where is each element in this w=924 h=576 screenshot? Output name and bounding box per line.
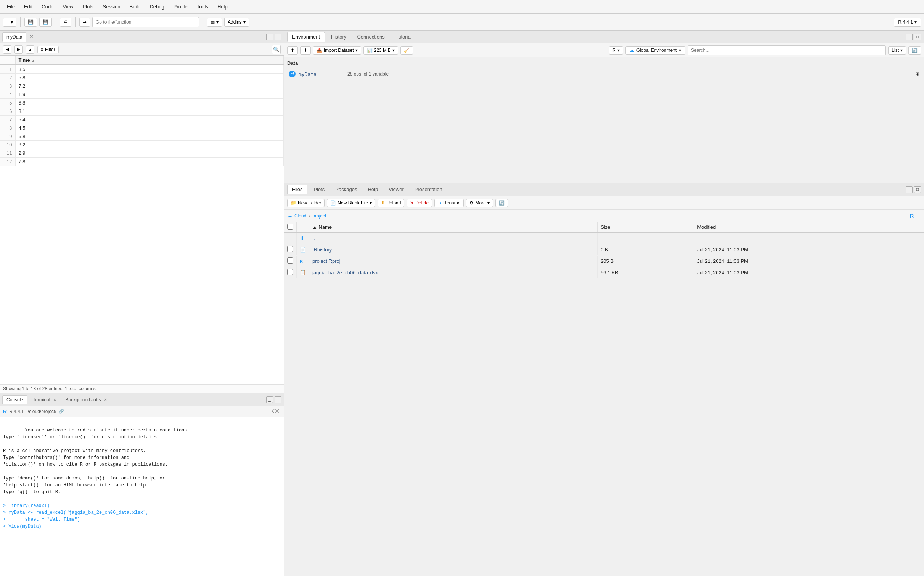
file-name-xlsx[interactable]: jaggia_ba_2e_ch06_data.xlsx xyxy=(312,270,378,275)
upload-button[interactable]: ⬆ Upload xyxy=(378,199,404,207)
print-button[interactable]: 🖨 xyxy=(60,18,71,27)
file-name-rhistory[interactable]: .Rhistory xyxy=(312,247,332,253)
tab-environment[interactable]: Environment xyxy=(287,32,325,42)
select-all-checkbox[interactable] xyxy=(287,224,293,230)
path-project[interactable]: project xyxy=(312,213,326,219)
path-more-icon[interactable]: … xyxy=(916,213,921,219)
rename-button[interactable]: ➜ Rename xyxy=(434,199,464,207)
delete-button[interactable]: ✕ Delete xyxy=(407,199,432,207)
mydata-expand-icon[interactable]: ⊞ xyxy=(915,71,919,77)
tab-close-icon[interactable]: ✕ xyxy=(29,34,34,40)
file-name-rproj[interactable]: project.Rproj xyxy=(312,258,341,264)
path-up-icon[interactable]: ☁ xyxy=(287,213,292,219)
save-workspace-btn[interactable]: ⬇ xyxy=(300,46,311,55)
goto-button[interactable]: ➜ xyxy=(79,18,90,27)
file-checkbox-rproj[interactable] xyxy=(287,257,293,264)
menu-plots[interactable]: Plots xyxy=(79,2,97,11)
tab-tutorial[interactable]: Tutorial xyxy=(391,32,416,41)
clear-console-btn[interactable]: 🧹 xyxy=(400,46,413,55)
col-header-time-label: Time xyxy=(19,57,30,63)
import-dataset-btn[interactable]: 📥 Import Dataset ▾ xyxy=(313,46,361,55)
env-maximize-btn[interactable]: □ xyxy=(914,34,921,40)
env-toolbar: ⬆ ⬇ 📥 Import Dataset ▾ 📊 223 MiB ▾ 🧹 xyxy=(284,43,924,57)
row-name-cell[interactable]: .. xyxy=(309,233,598,244)
tab-history[interactable]: History xyxy=(326,32,351,41)
col-header-name[interactable]: ▲ Name xyxy=(309,222,598,233)
data-viewer-maximize-btn[interactable]: □ xyxy=(275,34,281,40)
files-refresh-btn[interactable]: 🔄 xyxy=(495,199,508,207)
save-button[interactable]: 💾 xyxy=(24,18,37,27)
tab-files[interactable]: Files xyxy=(287,185,307,194)
save-all-button[interactable]: 💾 xyxy=(39,18,52,27)
menu-tools[interactable]: Tools xyxy=(193,2,212,11)
tab-presentation[interactable]: Presentation xyxy=(410,185,447,194)
tab-packages[interactable]: Packages xyxy=(331,185,362,194)
console-clear-icon[interactable]: ⌫ xyxy=(272,408,281,415)
menu-view[interactable]: View xyxy=(59,2,77,11)
env-search-input[interactable] xyxy=(688,45,886,55)
col-header-modified[interactable]: Modified xyxy=(694,222,924,233)
new-blank-file-button[interactable]: 📄 New Blank File ▾ xyxy=(327,199,375,207)
row-name-cell[interactable]: project.Rproj xyxy=(309,256,598,267)
env-list-view-selector[interactable]: List ▾ xyxy=(888,46,906,55)
data-nav-back-btn[interactable]: ◀ xyxy=(3,45,11,54)
bg-jobs-close-icon[interactable]: ✕ xyxy=(104,397,107,402)
data-nav-forward-btn[interactable]: ▶ xyxy=(14,45,23,54)
row-name-cell[interactable]: .Rhistory xyxy=(309,244,598,256)
env-tabs: Environment History Connections Tutorial… xyxy=(284,31,924,43)
files-maximize-btn[interactable]: □ xyxy=(914,186,921,193)
menu-help[interactable]: Help xyxy=(214,2,231,11)
tab-plots[interactable]: Plots xyxy=(309,185,329,194)
env-r-selector[interactable]: R ▾ xyxy=(609,46,623,55)
tab-connections[interactable]: Connections xyxy=(352,32,389,41)
data-viewer-minimize-btn[interactable]: _ xyxy=(266,34,273,40)
memory-usage-btn[interactable]: 📊 223 MiB ▾ xyxy=(363,46,398,55)
files-minimize-btn[interactable]: _ xyxy=(906,186,913,193)
data-search-button[interactable]: 🔍 xyxy=(272,45,281,54)
menu-profile[interactable]: Profile xyxy=(170,2,191,11)
tab-mydata[interactable]: myData xyxy=(2,32,26,42)
menu-session[interactable]: Session xyxy=(99,2,124,11)
terminal-close-icon[interactable]: ✕ xyxy=(53,397,56,402)
r-version-selector[interactable]: R 4.4.1 ▾ xyxy=(894,18,921,27)
new-file-button[interactable]: + ▾ xyxy=(3,18,16,27)
new-folder-button[interactable]: 📁 New Folder xyxy=(287,199,325,207)
file-checkbox-xlsx[interactable] xyxy=(287,269,293,275)
upload-label: Upload xyxy=(386,200,401,206)
menu-build[interactable]: Build xyxy=(126,2,145,11)
env-minimize-btn[interactable]: _ xyxy=(906,34,913,40)
path-cloud[interactable]: Cloud xyxy=(294,213,306,219)
code-tools-button[interactable]: ▦ ▾ xyxy=(207,18,222,27)
menu-edit[interactable]: Edit xyxy=(20,2,36,11)
tab-console[interactable]: Console xyxy=(2,395,27,404)
col-header-size[interactable]: Size xyxy=(598,222,694,233)
addins-button[interactable]: Addins ▾ xyxy=(224,18,249,27)
col-header-time[interactable]: Time ▲ xyxy=(15,56,284,65)
rename-label: Rename xyxy=(443,200,460,206)
table-row: 9 6.8 xyxy=(0,132,284,141)
menu-debug[interactable]: Debug xyxy=(146,2,168,11)
row-num-cell: 2 xyxy=(0,74,15,82)
tab-viewer[interactable]: Viewer xyxy=(384,185,408,194)
menu-code[interactable]: Code xyxy=(38,2,57,11)
load-workspace-btn[interactable]: ⬆ xyxy=(287,46,298,55)
console-minimize-btn[interactable]: _ xyxy=(266,396,273,403)
tab-terminal[interactable]: Terminal ✕ xyxy=(29,396,60,404)
upload-icon: ⬆ xyxy=(381,200,385,206)
tab-background-jobs[interactable]: Background Jobs ✕ xyxy=(62,396,111,404)
filter-button[interactable]: ≡ Filter xyxy=(37,46,59,53)
console-content[interactable]: You are welcome to redistribute it under… xyxy=(0,417,284,576)
env-item-mydata[interactable]: df myData 28 obs. of 1 variable ⊞ xyxy=(287,68,921,80)
tab-help[interactable]: Help xyxy=(363,185,382,194)
data-nav-up-btn[interactable]: ▲ xyxy=(26,45,34,54)
goto-input[interactable] xyxy=(92,17,199,27)
menu-file[interactable]: File xyxy=(3,2,19,11)
more-button[interactable]: ⚙ More ▾ xyxy=(466,199,493,207)
console-maximize-btn[interactable]: □ xyxy=(275,396,281,403)
file-name-parent[interactable]: .. xyxy=(312,235,315,241)
file-checkbox-rhistory[interactable] xyxy=(287,246,293,252)
global-env-selector[interactable]: ☁ Global Environment ▾ xyxy=(625,46,685,55)
table-row: 12 7.8 xyxy=(0,158,284,166)
env-refresh-btn[interactable]: 🔄 xyxy=(908,46,921,55)
row-name-cell[interactable]: jaggia_ba_2e_ch06_data.xlsx xyxy=(309,267,598,278)
